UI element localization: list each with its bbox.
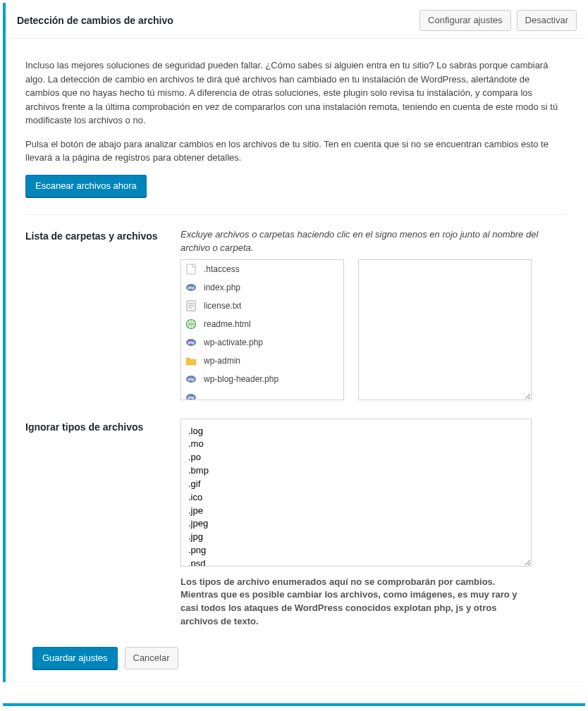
file-item-label: license.txt	[204, 301, 241, 311]
configure-settings-button[interactable]: Configurar ajustes	[419, 10, 511, 31]
svg-text:php: php	[188, 395, 194, 400]
ignore-row: Ignorar tipos de archivos Los tipos de a…	[25, 419, 565, 629]
file-item-label: wp-activate.php	[204, 338, 263, 347]
file-item[interactable]: wp-admin	[181, 352, 343, 370]
folders-field: Excluye archivos o carpetas haciendo cli…	[180, 228, 565, 400]
intro-text: Incluso las mejores soluciones de seguri…	[25, 58, 565, 165]
ignore-types-textarea[interactable]	[180, 419, 532, 567]
folder-icon	[185, 355, 197, 366]
file-item[interactable]: phpwp-blog-header.php	[181, 370, 343, 388]
intro-paragraph-2: Pulsa el botón de abajo para analizar ca…	[25, 137, 565, 165]
svg-text:php: php	[188, 285, 194, 290]
cancel-button[interactable]: Cancelar	[125, 647, 178, 669]
intro-paragraph-1: Incluso las mejores soluciones de seguri…	[25, 58, 565, 128]
exclude-textarea[interactable]	[358, 259, 532, 400]
file-item[interactable]: php	[181, 388, 343, 400]
form-actions: Guardar ajustes Cancelar	[25, 647, 565, 669]
file-list-box[interactable]: .htaccessphpindex.phplicense.txtreadme.h…	[180, 259, 344, 400]
php-icon: php	[185, 282, 197, 293]
file-change-detection-panel: Detección de cambios de archivo Configur…	[3, 3, 585, 682]
ignore-field: Los tipos de archivo enumerados aquí no …	[180, 419, 565, 629]
file-item-label: wp-blog-header.php	[204, 374, 278, 384]
svg-text:php: php	[188, 377, 194, 381]
generic-icon	[185, 264, 197, 275]
file-item-label: wp-admin	[204, 356, 240, 366]
folders-row: Lista de carpetas y archivos Excluye arc…	[25, 228, 565, 400]
ignore-label: Ignorar tipos de archivos	[25, 419, 180, 629]
next-panel-top-border	[3, 703, 585, 706]
php-icon: php	[185, 392, 197, 400]
save-settings-button[interactable]: Guardar ajustes	[32, 647, 118, 669]
file-item-label: index.php	[204, 283, 240, 292]
txt-icon	[185, 300, 197, 311]
panel-header: Detección de cambios de archivo Configur…	[6, 3, 585, 39]
svg-rect-0	[187, 264, 195, 274]
svg-text:php: php	[188, 340, 194, 345]
panel-title: Detección de cambios de archivo	[17, 15, 419, 26]
ignore-note: Los tipos de archivo enumerados aquí no …	[180, 576, 533, 629]
html-icon	[185, 319, 197, 330]
scan-files-button[interactable]: Escanear archivos ahora	[25, 175, 147, 197]
file-item[interactable]: readme.html	[181, 315, 343, 333]
file-item-label: readme.html	[204, 319, 251, 329]
php-icon: php	[185, 373, 197, 385]
file-item-label: .htaccess	[204, 264, 240, 274]
php-icon: php	[185, 337, 197, 348]
header-buttons: Configurar ajustes Desactivar	[419, 10, 577, 31]
file-item[interactable]: phpindex.php	[181, 278, 343, 297]
folders-two-columns: .htaccessphpindex.phplicense.txtreadme.h…	[180, 259, 565, 400]
file-item[interactable]: .htaccess	[181, 260, 343, 278]
file-item[interactable]: phpwp-activate.php	[181, 333, 343, 352]
divider	[25, 214, 565, 215]
file-item[interactable]: license.txt	[181, 297, 343, 315]
deactivate-button[interactable]: Desactivar	[517, 10, 577, 31]
folders-hint: Excluye archivos o carpetas haciendo cli…	[180, 228, 565, 255]
panel-body: Incluso las mejores soluciones de seguri…	[6, 39, 585, 682]
folders-label: Lista de carpetas y archivos	[25, 228, 180, 400]
